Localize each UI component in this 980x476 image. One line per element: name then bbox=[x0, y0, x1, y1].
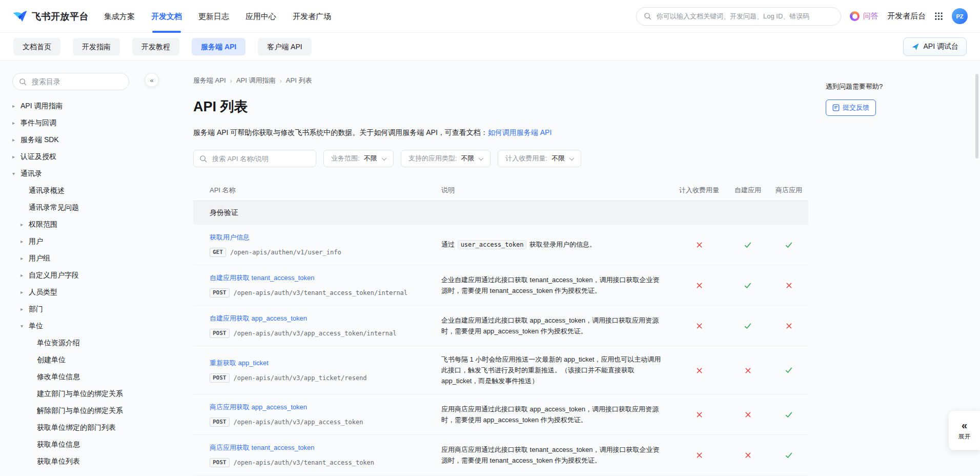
table-column-header-0: API 名称 bbox=[193, 186, 441, 195]
sidebar-item[interactable]: ▸认证及授权 bbox=[0, 148, 157, 165]
sidebar-item[interactable]: 获取单位信息 bbox=[0, 436, 157, 453]
api-doc-link[interactable]: 自建应用获取 app_access_token bbox=[210, 314, 307, 323]
self-built-app-status-no-icon bbox=[726, 450, 769, 460]
sidebar-item[interactable]: ▾单位 bbox=[0, 318, 157, 334]
doc-tab-2[interactable]: 开发教程 bbox=[132, 38, 179, 55]
chevron-down-icon bbox=[381, 155, 386, 161]
submit-feedback-button[interactable]: 提交反馈 bbox=[826, 100, 876, 116]
sidebar-item[interactable]: 通讯录常见问题 bbox=[0, 199, 157, 216]
api-doc-link[interactable]: 商店应用获取 tenant_access_token bbox=[210, 443, 314, 452]
self-built-app-status-yes-icon bbox=[726, 281, 769, 290]
api-debug-console-button[interactable]: API 调试台 bbox=[903, 37, 967, 56]
chevron-down-icon bbox=[479, 155, 484, 161]
filter-dropdown-1[interactable]: 支持的应用类型:不限 bbox=[401, 150, 491, 167]
nav-item-0[interactable]: 集成方案 bbox=[104, 0, 135, 33]
table-row: 商店应用获取 tenant_access_tokenPOST/open-apis… bbox=[193, 435, 808, 475]
http-method-badge: POST bbox=[210, 288, 230, 298]
page-scrollbar-thumb[interactable] bbox=[975, 74, 978, 158]
api-filter-search-input[interactable] bbox=[211, 154, 310, 163]
api-method-line: POST/open-apis/auth/v3/tenant_access_tok… bbox=[210, 288, 429, 298]
doc-tab-1[interactable]: 开发指南 bbox=[73, 38, 120, 55]
filter-dropdown-value: 不限 bbox=[364, 154, 377, 163]
api-doc-link[interactable]: 重新获取 app_ticket bbox=[210, 359, 269, 368]
self-built-app-status-yes-icon bbox=[726, 240, 769, 249]
api-method-line: POST/open-apis/auth/v3/tenant_access_tok… bbox=[210, 458, 429, 467]
api-doc-link[interactable]: 自建应用获取 tenant_access_token bbox=[210, 273, 314, 283]
tree-expanded-icon: ▾ bbox=[12, 171, 21, 176]
sidebar-item[interactable]: ▸事件与回调 bbox=[0, 114, 157, 131]
nav-item-2[interactable]: 更新日志 bbox=[198, 0, 229, 33]
store-app-status-no-icon bbox=[769, 281, 808, 290]
api-method-line: POST/open-apis/auth/v3/app_ticket/resend bbox=[210, 373, 429, 383]
sidebar-item[interactable]: 解除部门与单位的绑定关系 bbox=[0, 402, 157, 419]
global-search-input[interactable] bbox=[656, 12, 833, 21]
global-search[interactable] bbox=[636, 7, 841, 26]
sidebar-collapse-button[interactable]: « bbox=[145, 73, 159, 87]
tree-collapsed-icon: ▸ bbox=[21, 222, 29, 227]
sidebar-item[interactable]: ▸服务端 SDK bbox=[0, 131, 157, 148]
sidebar-search[interactable] bbox=[12, 73, 129, 90]
doc-tab-4[interactable]: 客户端 API bbox=[258, 38, 311, 55]
api-doc-link[interactable]: 获取用户信息 bbox=[210, 233, 250, 242]
intro-doc-link[interactable]: 如何调用服务端 API bbox=[488, 128, 552, 136]
doc-tab-3[interactable]: 服务端 API bbox=[192, 38, 246, 55]
table-row: 自建应用获取 tenant_access_tokenPOST/open-apis… bbox=[193, 265, 808, 306]
sidebar-item[interactable]: ▸用户 bbox=[0, 233, 157, 250]
sidebar-item[interactable]: ▸自定义用户字段 bbox=[0, 267, 157, 284]
top-nav: 飞书开放平台 集成方案开发文档更新日志应用中心开发者广场 问答 开发者后台 bbox=[0, 0, 980, 33]
feishu-logo[interactable]: 飞书开放平台 bbox=[12, 9, 89, 23]
api-name-cell: 重新获取 app_ticketPOST/open-apis/auth/v3/ap… bbox=[193, 358, 441, 383]
filter-bar: 业务范围:不限支持的应用类型:不限计入收费用量:不限 bbox=[193, 150, 808, 167]
http-method-badge: POST bbox=[210, 458, 230, 467]
breadcrumb-item-1[interactable]: API 调用指南 bbox=[236, 76, 276, 85]
apps-grid-icon[interactable] bbox=[934, 12, 943, 21]
sidebar-item[interactable]: ▸部门 bbox=[0, 301, 157, 318]
api-doc-link[interactable]: 商店应用获取 app_access_token bbox=[210, 403, 307, 412]
sidebar-item[interactable]: ▸权限范围 bbox=[0, 216, 157, 233]
filter-dropdown-2[interactable]: 计入收费用量:不限 bbox=[498, 150, 581, 167]
sidebar-item[interactable]: 获取单位列表 bbox=[0, 453, 157, 470]
sidebar-item-label: 服务端 SDK bbox=[21, 135, 59, 145]
billing-status-no-icon bbox=[672, 281, 726, 290]
api-path: /open-apis/auth/v3/app_access_token bbox=[234, 419, 363, 426]
nav-item-4[interactable]: 开发者广场 bbox=[293, 0, 331, 33]
sidebar-item[interactable]: 获取单位绑定的部门列表 bbox=[0, 419, 157, 436]
sidebar-item[interactable]: 通讯录概述 bbox=[0, 182, 157, 199]
api-description-cell: 应用商店应用通过此接口获取 tenant_access_token，调用接口获取… bbox=[441, 444, 672, 466]
api-filter-search[interactable] bbox=[193, 150, 316, 167]
sidebar-item[interactable]: 修改单位信息 bbox=[0, 368, 157, 385]
sidebar-item-label: 权限范围 bbox=[29, 220, 57, 229]
api-description-cell: 通过 user_access_token 获取登录用户的信息。 bbox=[441, 239, 672, 250]
developer-console-link[interactable]: 开发者后台 bbox=[887, 11, 926, 21]
nav-item-3[interactable]: 应用中心 bbox=[246, 0, 276, 33]
sidebar-item-label: 单位 bbox=[29, 322, 43, 331]
expand-right-panel-button[interactable]: « 展开 bbox=[948, 410, 980, 450]
breadcrumb-item-0[interactable]: 服务端 API bbox=[193, 76, 226, 85]
sidebar-item[interactable]: 单位资源介绍 bbox=[0, 334, 157, 351]
nav-item-1[interactable]: 开发文档 bbox=[151, 0, 182, 33]
sidebar-item[interactable]: ▾通讯录 bbox=[0, 165, 157, 182]
api-debug-console-label: API 调试台 bbox=[924, 42, 958, 51]
sidebar-item-label: 单位资源介绍 bbox=[37, 339, 80, 348]
billing-status-no-icon bbox=[672, 450, 726, 460]
user-avatar[interactable]: PZ bbox=[952, 8, 968, 24]
sidebar-item[interactable]: 创建单位 bbox=[0, 351, 157, 368]
sidebar-item[interactable]: 建立部门与单位的绑定关系 bbox=[0, 385, 157, 402]
sidebar-item[interactable]: ▸API 调用指南 bbox=[0, 97, 157, 114]
api-description-cell: 飞书每隔 1 小时会给应用推送一次最新的 app_ticket，应用也可以主动调… bbox=[441, 354, 672, 386]
table-column-header-1: 说明 bbox=[441, 186, 672, 195]
filter-dropdowns: 业务范围:不限支持的应用类型:不限计入收费用量:不限 bbox=[323, 150, 581, 167]
sidebar-item-label: 获取单位信息 bbox=[37, 440, 80, 449]
qa-link[interactable]: 问答 bbox=[850, 11, 879, 21]
sidebar-item[interactable]: ▸人员类型 bbox=[0, 284, 157, 301]
sidebar-item[interactable]: ▸用户组 bbox=[0, 250, 157, 267]
sidebar-search-input[interactable] bbox=[31, 77, 126, 86]
store-app-status-yes-icon bbox=[769, 410, 808, 419]
inline-code: user_access_token bbox=[458, 240, 527, 249]
filter-dropdown-0[interactable]: 业务范围:不限 bbox=[323, 150, 394, 167]
doc-tab-0[interactable]: 文档首页 bbox=[13, 38, 60, 55]
table-column-header-4: 商店应用 bbox=[769, 186, 808, 195]
sidebar-item-label: 通讯录常见问题 bbox=[29, 203, 79, 212]
api-path: /open-apis/auth/v3/tenant_access_token/i… bbox=[234, 289, 408, 296]
store-app-status-no-icon bbox=[769, 321, 808, 330]
